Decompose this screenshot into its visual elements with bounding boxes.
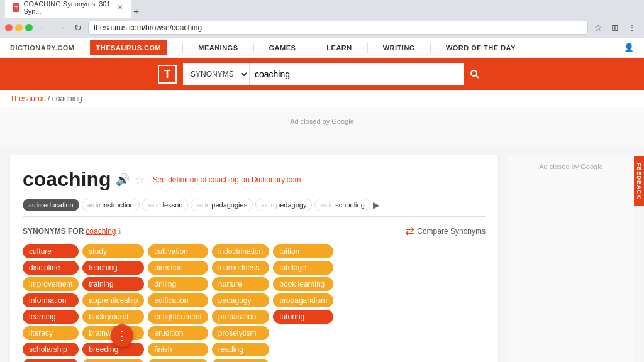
tag-study[interactable]: study bbox=[82, 244, 144, 258]
search-bar: T SYNONYMS bbox=[0, 58, 644, 90]
tag-rearing[interactable]: rearing bbox=[212, 359, 269, 362]
breadcrumb-thesaurus-link[interactable]: Thesaurus bbox=[10, 94, 46, 103]
tag-enlightenment[interactable]: enlightenment bbox=[148, 310, 208, 324]
browser-chrome: ← → ↻ thesaurus.com/browse/coaching ☆ ⊞ … bbox=[0, 18, 644, 38]
tag-preparation[interactable]: preparation bbox=[212, 310, 269, 324]
tab-instruction[interactable]: as in instruction bbox=[82, 199, 140, 211]
user-icon-area[interactable]: 👤 bbox=[624, 43, 634, 52]
tag-information[interactable]: information bbox=[23, 293, 79, 307]
definition-link-text: See definition of coaching on Dictionary… bbox=[152, 175, 301, 184]
search-input[interactable] bbox=[250, 63, 464, 85]
svg-point-0 bbox=[471, 70, 477, 76]
tag-guidance[interactable]: guidance bbox=[148, 359, 208, 362]
tag-propagandism[interactable]: propagandism bbox=[273, 293, 333, 307]
tag-proselytism[interactable]: proselytism bbox=[212, 326, 269, 340]
tag-background[interactable]: background bbox=[82, 310, 144, 324]
more-tabs-button[interactable]: ▶ bbox=[373, 199, 380, 211]
nav-divider bbox=[182, 43, 183, 53]
tag-breeding[interactable]: breeding bbox=[82, 343, 144, 356]
feedback-tab[interactable]: FEEDBACK bbox=[634, 156, 644, 206]
tab-lesson[interactable]: as in lesson bbox=[142, 199, 189, 211]
address-bar[interactable]: thesaurus.com/browse/coaching bbox=[88, 21, 588, 35]
tag-drilling[interactable]: drilling bbox=[148, 277, 208, 291]
extensions-button[interactable]: ⊞ bbox=[609, 21, 621, 34]
tag-indoctrination[interactable]: indoctrination bbox=[212, 244, 269, 258]
tag-scholarship[interactable]: scholarship bbox=[23, 343, 79, 356]
forward-button[interactable]: → bbox=[54, 21, 68, 34]
window-minimize-button[interactable] bbox=[15, 24, 23, 31]
tag-teaching[interactable]: teaching bbox=[82, 261, 144, 275]
tab-education[interactable]: as in education bbox=[23, 199, 79, 211]
tab-title: COACHING Synonyms: 301 Syn... bbox=[23, 0, 111, 15]
favorite-icon[interactable]: ☆ bbox=[135, 173, 145, 187]
right-ad: Ad closed by Google bbox=[508, 155, 634, 362]
tab-close[interactable]: ✕ bbox=[117, 3, 123, 12]
breadcrumb-current: coaching bbox=[52, 94, 82, 103]
tag-learnedness[interactable]: learnedness bbox=[212, 261, 269, 275]
tag-tuition[interactable]: tuition bbox=[273, 244, 333, 258]
bookmark-button[interactable]: ☆ bbox=[592, 21, 605, 34]
word-title: coaching bbox=[23, 168, 111, 191]
active-tab[interactable]: T COACHING Synonyms: 301 Syn... ✕ bbox=[5, 0, 131, 18]
games-nav-link[interactable]: GAMES bbox=[269, 44, 296, 52]
info-icon[interactable]: ℹ bbox=[118, 227, 121, 236]
tag-erudition[interactable]: erudition bbox=[148, 326, 208, 340]
learn-nav-link[interactable]: LEARN bbox=[326, 44, 352, 52]
breadcrumb-separator: / bbox=[48, 94, 50, 103]
word-of-day-nav-link[interactable]: WORD OF THE DAY bbox=[446, 44, 516, 52]
thesaurus-nav-link[interactable]: THESAURUS.COM bbox=[90, 40, 168, 55]
tab-pedagogy[interactable]: as in pedagogy bbox=[255, 199, 312, 211]
window-controls bbox=[5, 24, 33, 31]
tag-tutelage[interactable]: tutelage bbox=[273, 261, 333, 275]
menu-button[interactable]: ⋮ bbox=[625, 21, 639, 34]
window-close-button[interactable] bbox=[5, 24, 13, 31]
sound-icon[interactable]: 🔊 bbox=[116, 173, 130, 187]
search-type-dropdown[interactable]: SYNONYMS bbox=[183, 63, 250, 85]
right-ad-text: Ad closed by Google bbox=[539, 163, 603, 170]
dictionary-nav-link[interactable]: DICTIONARY.COM bbox=[10, 44, 75, 52]
fab-button[interactable]: ⋮ bbox=[111, 324, 133, 347]
search-icon bbox=[470, 69, 480, 79]
tag-edification[interactable]: edification bbox=[148, 293, 208, 307]
new-tab-button[interactable]: + bbox=[133, 6, 139, 18]
reload-button[interactable]: ↻ bbox=[72, 21, 84, 34]
top-ad-banner: Ad closed by Google bbox=[0, 107, 644, 145]
tag-pedagogy[interactable]: pedagogy bbox=[212, 293, 269, 307]
tag-learning[interactable]: learning bbox=[23, 310, 79, 324]
synonyms-col-3: cultivation direction drilling edificati… bbox=[148, 244, 208, 362]
tag-literacy[interactable]: literacy bbox=[23, 326, 79, 340]
nav-divider2 bbox=[253, 43, 254, 53]
tag-culture[interactable]: culture bbox=[23, 244, 79, 258]
tag-training[interactable]: training bbox=[82, 277, 144, 291]
nav-divider4 bbox=[367, 43, 368, 53]
tag-tutoring[interactable]: tutoring bbox=[273, 310, 333, 324]
synonyms-word-link[interactable]: coaching bbox=[86, 227, 116, 236]
tag-schooling[interactable]: schooling bbox=[23, 359, 79, 362]
tag-catechism[interactable]: catechism bbox=[82, 359, 144, 362]
synonyms-label: SYNONYMS FOR bbox=[23, 227, 84, 236]
search-button[interactable] bbox=[464, 63, 486, 85]
tag-cultivation[interactable]: cultivation bbox=[148, 244, 208, 258]
compare-synonyms-button[interactable]: ⇄ Compare Synonyms bbox=[405, 224, 486, 238]
window-maximize-button[interactable] bbox=[25, 24, 33, 31]
breadcrumb: Thesaurus / coaching bbox=[0, 90, 644, 107]
tag-improvement[interactable]: improvement bbox=[23, 277, 79, 291]
meanings-nav-link[interactable]: MEANINGS bbox=[198, 44, 238, 52]
site-logo[interactable]: T bbox=[158, 65, 177, 84]
tab-pedagogies[interactable]: as in pedagogies bbox=[191, 199, 253, 211]
compare-label: Compare Synonyms bbox=[417, 227, 486, 236]
tag-discipline[interactable]: discipline bbox=[23, 261, 79, 275]
back-button[interactable]: ← bbox=[36, 21, 50, 34]
main-content: coaching 🔊 ☆ See definition of coaching … bbox=[0, 145, 644, 362]
tag-reading[interactable]: reading bbox=[212, 343, 269, 356]
tag-book-learning[interactable]: book learning bbox=[273, 277, 333, 291]
svg-line-1 bbox=[476, 75, 479, 78]
tag-direction[interactable]: direction bbox=[148, 261, 208, 275]
context-tabs: as in education as in instruction as in … bbox=[23, 199, 486, 217]
tab-schooling[interactable]: as in schooling bbox=[314, 199, 370, 211]
definition-link[interactable]: See definition of coaching on Dictionary… bbox=[152, 175, 301, 184]
tag-finish[interactable]: finish bbox=[148, 343, 208, 356]
tag-nurture[interactable]: nurture bbox=[212, 277, 269, 291]
writing-nav-link[interactable]: WRITING bbox=[383, 44, 415, 52]
tag-apprenticeship[interactable]: apprenticeship bbox=[82, 293, 144, 307]
